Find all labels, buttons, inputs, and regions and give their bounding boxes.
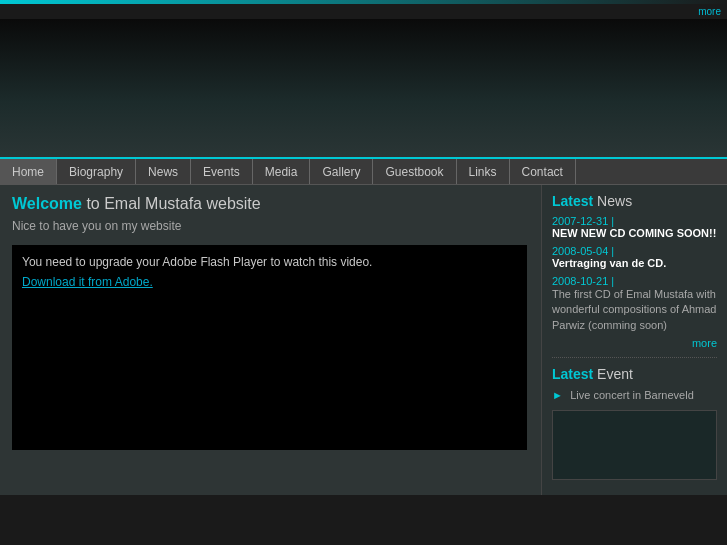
news-more-area: more <box>552 337 717 349</box>
nav-news[interactable]: News <box>136 159 191 184</box>
nav-links[interactable]: Links <box>457 159 510 184</box>
news-title-2: Vertraging van de CD. <box>552 257 717 269</box>
nav-media[interactable]: Media <box>253 159 311 184</box>
navbar: Home Biography News Events Media Gallery… <box>0 159 727 185</box>
news-item-3: 2008-10-21 | The first CD of Emal Mustaf… <box>552 275 717 333</box>
top-more-link[interactable]: more <box>698 6 721 17</box>
welcome-title: Welcome to Emal Mustafa website <box>12 195 529 213</box>
welcome-highlight: Welcome <box>12 195 82 212</box>
flash-upgrade-message: You need to upgrade your Adobe Flash Pla… <box>22 255 517 269</box>
header-banner <box>0 19 727 159</box>
news-date-2: 2008-05-04 | <box>552 245 717 257</box>
news-item-2: 2008-05-04 | Vertraging van de CD. <box>552 245 717 269</box>
news-date-1: 2007-12-31 | <box>552 215 717 227</box>
main-content: Welcome to Emal Mustafa website Nice to … <box>0 185 542 495</box>
event-item-1: ► Live concert in Barneveld <box>552 388 717 402</box>
news-date-3: 2008-10-21 | <box>552 275 717 287</box>
latest-event-suffix: Event <box>593 366 633 382</box>
nav-biography[interactable]: Biography <box>57 159 136 184</box>
latest-news-prefix: Latest <box>552 193 593 209</box>
latest-event-prefix: Latest <box>552 366 593 382</box>
news-more-link[interactable]: more <box>692 337 717 349</box>
flash-video-area: You need to upgrade your Adobe Flash Pla… <box>12 245 527 450</box>
news-item-1: 2007-12-31 | NEW NEW CD COMING SOON!! <box>552 215 717 239</box>
latest-event-title: Latest Event <box>552 366 717 382</box>
nav-events[interactable]: Events <box>191 159 253 184</box>
flash-download-link[interactable]: Download it from Adobe. <box>22 275 517 289</box>
latest-news-suffix: News <box>593 193 632 209</box>
welcome-subtitle: Nice to have you on my website <box>12 219 529 233</box>
news-body-3: The first CD of Emal Mustafa with wonder… <box>552 287 717 333</box>
event-label-1: Live concert in Barneveld <box>570 389 694 401</box>
news-title-1: NEW NEW CD COMING SOON!! <box>552 227 717 239</box>
nav-gallery[interactable]: Gallery <box>310 159 373 184</box>
sidebar: Latest News 2007-12-31 | NEW NEW CD COMI… <box>542 185 727 495</box>
event-image <box>552 410 717 480</box>
sidebar-divider <box>552 357 717 358</box>
main-layout: Welcome to Emal Mustafa website Nice to … <box>0 185 727 495</box>
top-more-area: more <box>0 4 727 19</box>
latest-news-title: Latest News <box>552 193 717 209</box>
nav-home[interactable]: Home <box>0 159 57 184</box>
nav-guestbook[interactable]: Guestbook <box>373 159 456 184</box>
welcome-text: to Emal Mustafa website <box>82 195 261 212</box>
nav-contact[interactable]: Contact <box>510 159 576 184</box>
event-arrow-icon: ► <box>552 389 563 401</box>
